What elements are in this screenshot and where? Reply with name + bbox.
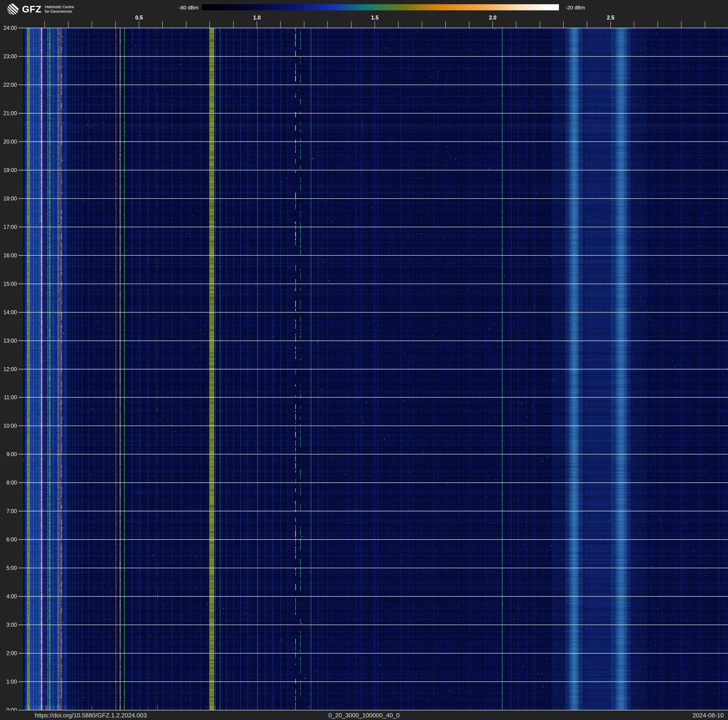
time-label: 23:00: [0, 53, 17, 60]
gfz-logo-line1: Helmholtz Centre: [45, 5, 74, 9]
hour-gridline: [18, 113, 728, 113]
x-axis-tick-label: 1.0: [248, 15, 266, 21]
time-label: 21:00: [0, 110, 17, 116]
x-axis-tick: [469, 21, 470, 28]
gfz-logo: GFZ Helmholtz Centre for Geosciences: [7, 3, 74, 15]
x-axis-tick: [304, 21, 304, 28]
x-axis-tick: [139, 21, 139, 28]
hour-gridline: [18, 141, 728, 142]
x-axis-tick: [351, 21, 352, 28]
hour-gridline: [18, 227, 728, 227]
x-axis-tick: [516, 21, 516, 28]
x-axis-tick: [658, 21, 658, 28]
hour-gridline: [18, 28, 728, 28]
time-label: 20:00: [0, 138, 17, 145]
x-axis-tick: [210, 21, 210, 28]
x-axis-tick-label: 0.5: [130, 15, 148, 21]
colorbar-max-label: -20 dBm: [566, 5, 585, 11]
hour-gridline: [18, 539, 728, 540]
x-axis-tick-label: 1.5: [366, 15, 384, 21]
time-label: 8:00: [0, 479, 17, 486]
hour-gridline: [18, 369, 728, 369]
hour-gridline: [18, 340, 728, 341]
time-label: 17:00: [0, 224, 17, 230]
time-label: 22:00: [0, 81, 17, 88]
header-bar: GFZ Helmholtz Centre for Geosciences -80…: [0, 0, 728, 28]
x-axis-tick: [422, 21, 422, 28]
time-label: 9:00: [0, 451, 17, 458]
gfz-logo-abbr: GFZ: [22, 4, 41, 15]
time-label: 2:00: [0, 650, 17, 657]
x-axis-tick-label: 2.0: [483, 15, 502, 21]
x-axis-tick: [327, 21, 328, 28]
hour-gridline: [18, 682, 728, 682]
hour-gridline: [18, 397, 728, 398]
hour-gridline: [18, 568, 728, 568]
x-axis-tick: [68, 21, 69, 28]
time-label: 10:00: [0, 423, 17, 429]
x-axis-tick: [115, 21, 116, 28]
time-label: 3:00: [0, 622, 17, 628]
x-axis-tick: [186, 21, 187, 28]
x-axis-tick: [445, 21, 446, 28]
time-label: 18:00: [0, 195, 17, 202]
gfz-globe-icon: [7, 3, 19, 15]
x-axis-tick: [587, 21, 587, 28]
time-label: 16:00: [0, 252, 17, 259]
hour-gridline: [18, 255, 728, 256]
time-label: 11:00: [0, 394, 17, 401]
x-axis-tick: [492, 21, 493, 28]
x-axis-tick: [563, 21, 564, 28]
x-axis-tick: [233, 21, 234, 28]
gfz-logo-subtitle: Helmholtz Centre for Geosciences: [45, 5, 74, 14]
date-text: 2024-08-10: [693, 712, 724, 719]
hour-gridline: [18, 710, 728, 710]
time-label: 12:00: [0, 366, 17, 372]
time-label: 1:00: [0, 679, 17, 685]
footer-bar: https://doi.org/10.5880/GFZ.1.2.2024.003…: [0, 711, 728, 720]
x-axis-tick: [280, 21, 281, 28]
x-axis-tick: [540, 21, 540, 28]
hour-gridline: [18, 511, 728, 511]
time-label: 14:00: [0, 309, 17, 316]
x-axis-tick: [634, 21, 634, 28]
time-label: 4:00: [0, 593, 17, 600]
gfz-logo-line2: for Geosciences: [45, 9, 74, 14]
x-axis-tick: [257, 21, 257, 28]
x-axis-tick: [44, 21, 45, 28]
hour-gridline: [18, 483, 728, 483]
hour-gridline: [18, 56, 728, 57]
x-axis-tick: [705, 21, 705, 28]
hour-gridline: [18, 283, 728, 284]
x-axis-tick-label: 2.5: [601, 15, 620, 21]
hour-gridline: [18, 312, 728, 313]
x-axis-tick: [681, 21, 682, 28]
x-axis-tick: [610, 21, 611, 28]
hour-gridline: [18, 454, 728, 455]
time-label: 13:00: [0, 337, 17, 344]
hour-gridline: [18, 596, 728, 597]
colorbar-gradient: [202, 4, 559, 10]
time-label: 24:00: [0, 25, 17, 31]
x-axis-tick: [162, 21, 163, 28]
x-axis-tick: [398, 21, 399, 28]
time-label: 6:00: [0, 536, 17, 543]
x-axis-tick: [375, 21, 375, 28]
time-label: 7:00: [0, 508, 17, 515]
colorbar-min-label: -80 dBm: [169, 5, 199, 11]
hour-gridline: [18, 426, 728, 426]
time-label: 19:00: [0, 167, 17, 173]
filename-text: 0_20_3000_100000_40_0: [0, 712, 728, 719]
hour-gridline: [18, 84, 728, 85]
hour-gridline: [18, 170, 728, 170]
time-label: 15:00: [0, 280, 17, 287]
time-label: 5:00: [0, 565, 17, 571]
x-axis-tick: [92, 21, 92, 28]
hour-gridline: [18, 653, 728, 654]
hour-gridline: [18, 198, 728, 199]
hour-gridline: [18, 625, 728, 625]
